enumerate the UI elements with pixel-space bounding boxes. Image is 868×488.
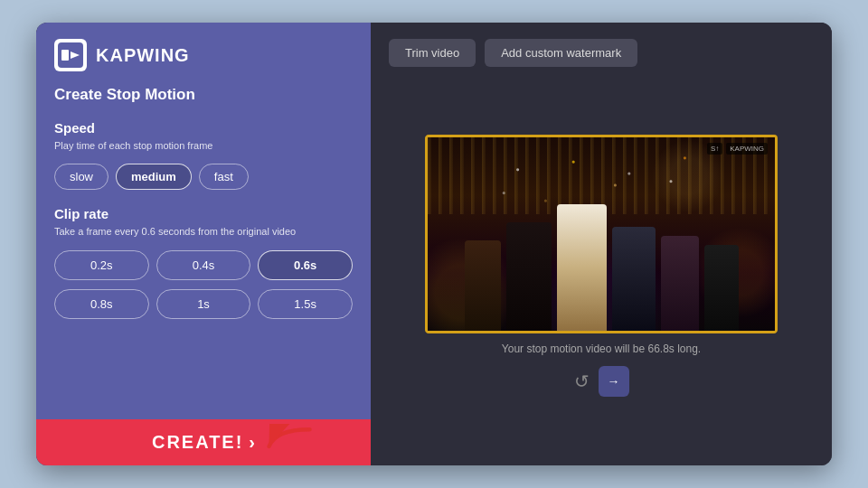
rate-0-8s[interactable]: 0.8s bbox=[54, 289, 149, 319]
speed-slow[interactable]: slow bbox=[54, 164, 108, 190]
sidebar: KAPWING Create Stop Motion Speed Play ti… bbox=[36, 23, 371, 465]
figure-1 bbox=[506, 222, 552, 331]
speed-medium[interactable]: medium bbox=[116, 164, 192, 190]
video-caption: Your stop motion video will be 66.8s lon… bbox=[502, 343, 701, 355]
rate-0-2s[interactable]: 0.2s bbox=[54, 250, 149, 280]
figure-5 bbox=[661, 236, 699, 331]
app-container: KAPWING Create Stop Motion Speed Play ti… bbox=[36, 23, 832, 465]
logo-text: KAPWING bbox=[96, 45, 190, 66]
watermark-badge-1: S↑ bbox=[707, 143, 722, 155]
watermark-badge-2: KAPWING bbox=[726, 143, 768, 155]
rate-1s[interactable]: 1s bbox=[156, 289, 251, 319]
playback-icon: ↺ bbox=[574, 371, 590, 392]
figure-6 bbox=[704, 245, 739, 331]
video-watermark: S↑ KAPWING bbox=[707, 143, 768, 155]
speed-options: slow medium fast bbox=[54, 164, 353, 190]
add-watermark-button[interactable]: Add custom watermark bbox=[485, 39, 637, 67]
clip-rate-desc: Take a frame every 0.6 seconds from the … bbox=[54, 225, 353, 239]
nav-button[interactable]: → bbox=[599, 366, 629, 397]
speed-fast[interactable]: fast bbox=[199, 164, 249, 190]
video-frame: S↑ KAPWING bbox=[425, 135, 778, 333]
sidebar-content: Create Stop Motion Speed Play time of ea… bbox=[36, 86, 371, 419]
figure-4 bbox=[465, 240, 501, 331]
bottom-controls: ↺ → bbox=[574, 366, 629, 397]
figure-2 bbox=[557, 204, 607, 331]
create-button-label: CREATE! bbox=[152, 432, 243, 453]
create-button[interactable]: CREATE! › bbox=[36, 419, 371, 465]
section-title: Create Stop Motion bbox=[54, 86, 353, 104]
logo-icon bbox=[54, 39, 87, 71]
figure-3 bbox=[612, 227, 656, 331]
rate-1-5s[interactable]: 1.5s bbox=[258, 289, 353, 319]
speed-label: Speed bbox=[54, 120, 353, 136]
clip-rate-label: Clip rate bbox=[54, 206, 353, 221]
create-arrow-decoration bbox=[262, 424, 316, 465]
rate-0-6s[interactable]: 0.6s bbox=[258, 250, 353, 280]
rate-0-4s[interactable]: 0.4s bbox=[156, 250, 251, 280]
clip-rate-options-row1: 0.2s 0.4s 0.6s bbox=[54, 250, 353, 280]
trim-video-button[interactable]: Trim video bbox=[389, 39, 476, 67]
speed-desc: Play time of each stop motion frame bbox=[54, 139, 353, 153]
video-preview-area: S↑ KAPWING Your stop motion video will b… bbox=[389, 81, 814, 449]
svg-rect-1 bbox=[61, 50, 69, 61]
create-arrow-inline: › bbox=[249, 432, 255, 453]
video-placeholder: S↑ KAPWING bbox=[428, 137, 775, 331]
sidebar-header: KAPWING bbox=[36, 23, 371, 86]
clip-rate-options-row2: 0.8s 1s 1.5s bbox=[54, 289, 353, 319]
main-content: Trim video Add custom watermark bbox=[371, 23, 832, 465]
toolbar: Trim video Add custom watermark bbox=[389, 39, 814, 67]
figures bbox=[428, 195, 775, 331]
